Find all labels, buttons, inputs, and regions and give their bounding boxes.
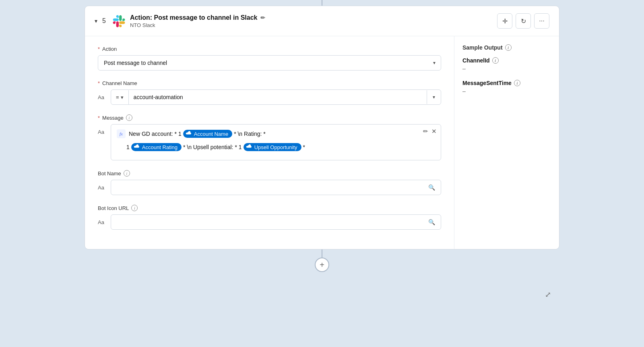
message-sent-time-label-text: MessageSentTime: [462, 80, 512, 86]
bot-icon-url-input-row: Aa 🔍: [98, 214, 441, 230]
channel-name-label-text: Channel Name: [102, 80, 137, 86]
message-field-wrapper[interactable]: fx New GD account: * 1 Account Name: [111, 124, 441, 160]
channel-dropdown-icon[interactable]: ▾: [427, 90, 441, 104]
salesforce-cloud-icon: [186, 131, 192, 137]
expand-button[interactable]: ⤢: [545, 290, 551, 299]
bot-name-input[interactable]: [117, 184, 428, 191]
bot-icon-url-label-text: Bot Icon URL: [98, 205, 129, 211]
message-label-text: Message: [102, 115, 124, 121]
bot-name-info-icon[interactable]: i: [124, 170, 130, 177]
more-button[interactable]: ···: [534, 13, 549, 29]
action-select-wrapper: Post message to channel ▾: [98, 55, 441, 71]
message-group: * Message i Aa fx New GD account: *: [98, 114, 441, 160]
slack-logo: [112, 15, 125, 27]
sample-output-body: ⤢: [462, 102, 551, 299]
connector-line-bottom: [322, 249, 322, 258]
channel-id-info-icon[interactable]: i: [492, 57, 499, 64]
channel-name-label: * Channel Name: [98, 80, 441, 86]
bot-icon-url-group: Bot Icon URL i Aa 🔍: [98, 205, 441, 230]
list-icon: ≡: [116, 94, 119, 100]
bot-icon-url-prefix-aa: Aa: [98, 219, 107, 225]
action-card: ▾ 5 Action: Post message to cha: [85, 6, 559, 249]
channel-input-row: Aa ≡ ▾ account-automation ▾: [98, 89, 441, 105]
account-name-token-label: Account Name: [194, 131, 228, 137]
message-content: fx New GD account: * 1 Account Name: [117, 129, 435, 151]
action-label-text: Action: [102, 46, 117, 52]
bot-name-input-wrapper: 🔍: [111, 180, 441, 195]
sample-output-title-text: Sample Output: [462, 44, 503, 51]
account-rating-token-label: Account Rating: [142, 144, 178, 150]
channel-type-chevron-icon: ▾: [121, 94, 124, 100]
message-sent-time-info-icon[interactable]: i: [514, 80, 520, 86]
channel-required-star: *: [98, 80, 100, 86]
message-prefix-aa: Aa: [98, 129, 107, 135]
bot-name-label: Bot Name i: [98, 170, 441, 177]
message-line-2: 1 Account Rating * \n Upsell potential:: [117, 143, 435, 151]
message-num-2: 1: [126, 144, 130, 150]
action-field-group: * Action Post message to channel ▾: [98, 46, 441, 71]
message-text-1: New GD account: *: [129, 131, 177, 137]
header-actions: ✛ ↻ ···: [497, 13, 549, 29]
message-info-icon[interactable]: i: [126, 114, 132, 121]
move-icon: ✛: [502, 17, 508, 25]
collapse-button[interactable]: ▾: [95, 18, 97, 24]
sample-output-panel: Sample Output i ChannelId i – MessageSen…: [454, 36, 559, 249]
bot-icon-url-label: Bot Icon URL i: [98, 205, 441, 211]
message-sent-time-field: MessageSentTime i –: [462, 80, 551, 94]
action-select[interactable]: Post message to channel: [98, 55, 441, 71]
action-label: * Action: [98, 46, 441, 52]
bot-icon-url-search-icon: 🔍: [428, 219, 435, 225]
account-rating-token[interactable]: Account Rating: [131, 143, 182, 151]
bot-name-prefix-aa: Aa: [98, 185, 107, 191]
channel-name-group: * Channel Name Aa ≡ ▾ account-automation…: [98, 80, 441, 105]
channel-id-value: –: [462, 65, 551, 72]
channel-input-wrapper: ≡ ▾ account-automation ▾: [111, 89, 441, 105]
fx-icon: fx: [117, 129, 126, 138]
message-sent-time-value: –: [462, 88, 551, 94]
salesforce-cloud-icon-3: [246, 144, 252, 150]
message-required-star: *: [98, 115, 100, 121]
message-num-3: 1: [239, 144, 242, 150]
connector-line-top: [322, 0, 322, 6]
chevron-down-icon: ▾: [95, 18, 97, 24]
channel-prefix-aa: Aa: [98, 94, 107, 100]
message-clear-button[interactable]: ✕: [431, 128, 437, 135]
action-title: Action: Post message to channel in Slack…: [130, 14, 492, 21]
channel-type-button[interactable]: ≡ ▾: [111, 90, 129, 104]
message-text-3: * \n Upsell potential: *: [183, 144, 237, 150]
step-number: 5: [102, 17, 106, 25]
sample-output-info-icon[interactable]: i: [505, 44, 512, 51]
action-title-group: Action: Post message to channel in Slack…: [130, 14, 492, 28]
message-text-4: *: [303, 144, 305, 150]
sample-output-title: Sample Output i: [462, 44, 551, 51]
refresh-icon: ↻: [521, 17, 526, 25]
bot-name-input-row: Aa 🔍: [98, 180, 441, 195]
account-name-token[interactable]: Account Name: [183, 130, 232, 138]
message-num-1: 1: [178, 131, 182, 137]
channel-value: account-automation: [129, 90, 427, 104]
refresh-button[interactable]: ↻: [516, 13, 531, 29]
salesforce-cloud-icon-2: [134, 144, 140, 150]
bot-icon-url-info-icon[interactable]: i: [131, 205, 138, 211]
channel-id-field: ChannelId i –: [462, 57, 551, 72]
action-subtitle: NTO Slack: [130, 22, 492, 28]
channel-id-label-text: ChannelId: [462, 57, 490, 64]
action-header: ▾ 5 Action: Post message to cha: [85, 6, 559, 36]
upsell-opportunity-token[interactable]: Upsell Opportunity: [244, 143, 301, 151]
add-step-button[interactable]: +: [315, 258, 329, 272]
message-sent-time-label: MessageSentTime i: [462, 80, 551, 86]
required-star: *: [98, 46, 100, 52]
bot-name-search-icon: 🔍: [428, 184, 435, 191]
upsell-opportunity-token-label: Upsell Opportunity: [254, 144, 297, 150]
edit-icon[interactable]: ✏: [260, 15, 265, 21]
bot-name-group: Bot Name i Aa 🔍: [98, 170, 441, 195]
expand-icon: ⤢: [545, 291, 551, 299]
bot-name-label-text: Bot Name: [98, 170, 121, 177]
action-form: * Action Post message to channel ▾ * Cha…: [85, 36, 454, 249]
message-edit-button[interactable]: ✏: [423, 128, 428, 135]
message-actions: ✏ ✕: [423, 128, 437, 135]
action-body: * Action Post message to channel ▾ * Cha…: [85, 36, 559, 249]
move-button[interactable]: ✛: [497, 13, 512, 29]
channel-id-label: ChannelId i: [462, 57, 551, 64]
bot-icon-url-input[interactable]: [117, 219, 428, 225]
